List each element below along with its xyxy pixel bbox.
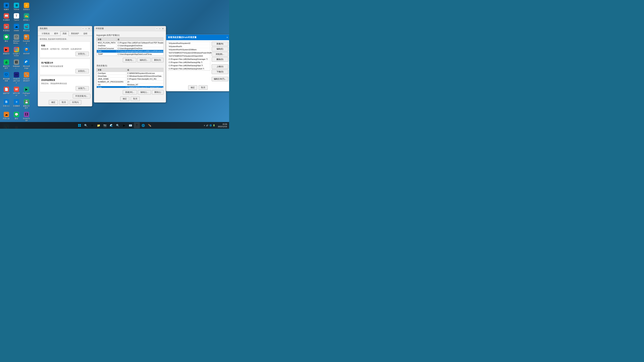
tab-hardware[interactable]: 硬件 [52, 31, 60, 36]
path-item-7[interactable]: C:\Program Files (x86)\NetSarang\Xftp 7\ [168, 61, 210, 64]
tab-system-protection[interactable]: 系统保护 [69, 31, 81, 36]
desktop-icon-aomei[interactable]: 💾 傲梅分区助手 [22, 98, 31, 110]
user-var-row-5[interactable]: TEMP C:\Users\liuguanglei\AppData\Local\… [97, 53, 164, 56]
user-delete-btn[interactable]: 删除(D) [152, 58, 164, 62]
sys-new-btn[interactable]: 新建(W)... [123, 90, 137, 94]
path-browse-btn[interactable]: 浏览(B)... [212, 52, 228, 56]
path-ok-btn[interactable]: 确定 [188, 85, 197, 90]
path-delete-btn[interactable]: 删除(D) [212, 57, 228, 62]
desktop-icon-chrome[interactable]: 🌐 Google Chrome [12, 46, 21, 57]
desktop-icon-4[interactable]: 📖 有道翻译 [2, 12, 11, 22]
desktop-icon-aliyun[interactable]: ☁ 阿里云盘 [2, 111, 11, 122]
user-var-row-2[interactable]: OneDrive C:\Users\liuguanglei\OneDrive [97, 44, 164, 47]
startup-settings-btn[interactable]: 设置(T)... [76, 86, 89, 91]
user-vars-table-container[interactable]: 变量 值 MOZ_PLUGIN_PATH C:\Program Files (x… [96, 37, 164, 56]
taskbar-feishu[interactable]: 🪶 [146, 122, 152, 128]
user-var-row-3[interactable]: OneDriveConsumer C:\Users\liuguanglei\On… [97, 47, 164, 50]
path-item-2[interactable]: %SystemRoot% [168, 45, 210, 48]
sys-delete-btn[interactable]: 删除(L) [152, 90, 164, 94]
path-item-6[interactable]: C:\Program Files (x86)\NetSarang\Xmanage… [168, 58, 210, 61]
desktop-icon-3[interactable]: ⚡ 迅雷娱乐 [22, 2, 31, 11]
desktop-icon-2[interactable]: 🖥 ToDesk [12, 2, 21, 11]
desktop-icon-baidu[interactable]: B 百度入口 [2, 98, 11, 110]
path-titlebar[interactable]: 查看系统变量的Path环境变量 × [166, 34, 229, 40]
path-list[interactable]: %SystemRoot%\system32 %SystemRoot% %Syst… [168, 41, 210, 70]
env-vars-titlebar[interactable]: 环境变量 ─ □ ✕ [94, 26, 166, 31]
tab-computer-name[interactable]: 计算机名 [40, 31, 52, 36]
sys-var-row-4[interactable]: NUMBER_OF_PROCESSORS 24 [97, 80, 164, 83]
path-edit-btn[interactable]: 编辑(E) [212, 47, 228, 51]
sys-vars-table-container[interactable]: 变量 值 ComSpec C:\WINDOWS\system32\cmd.exe… [96, 68, 164, 88]
desktop-icon-potplayer[interactable]: ▶ PotPlayer Sc... [22, 86, 31, 97]
env-vars-close[interactable]: ✕ [162, 27, 164, 30]
taskbar-potplayer[interactable]: ▶ [121, 122, 127, 128]
performance-settings-btn[interactable]: 设置(S)... [76, 52, 89, 56]
path-edit-text-btn[interactable]: 编辑文本(T)... [212, 77, 228, 81]
sys-props-minimize[interactable]: ─ [82, 27, 84, 30]
path-down-btn[interactable]: 下移(O) [212, 69, 228, 74]
path-item-3[interactable]: %SystemRoot%\System32\Wbem [168, 48, 210, 51]
sys-var-row-path[interactable]: Path C:\WINDOWS\system32;C:\WINDOWS;C:\W… [97, 86, 164, 88]
user-new-btn[interactable]: 新建(N)... [123, 58, 136, 62]
sys-var-row-5[interactable]: OS Windows_NT [97, 83, 164, 86]
desktop-icon-everything[interactable]: 🔍 Everything [22, 34, 31, 45]
tab-advanced[interactable]: 高级 [60, 31, 69, 36]
system-clock[interactable]: 15:59 2022/12/15 [217, 123, 228, 128]
desktop-icon-13[interactable]: ▶ 搜狐影音 [2, 46, 11, 57]
taskbar-edge[interactable]: 🌊 [108, 122, 114, 128]
desktop-icon-wechat2[interactable]: 💬 微信 [12, 111, 21, 122]
tab-remote[interactable]: 远程 [81, 31, 90, 36]
desktop-icon-clowdo[interactable]: ☁ clowdo [12, 23, 21, 32]
path-item-1[interactable]: %SystemRoot%\system32 [168, 42, 210, 45]
taskbar-file-explorer[interactable]: 📁 [96, 122, 102, 128]
desktop-icon-edge[interactable]: 🌊 Microsoft Edge [22, 59, 31, 70]
sys-props-titlebar[interactable]: 系统属性 ─ □ ✕ [38, 26, 92, 31]
taskbar-search2[interactable]: 🔍 [115, 122, 121, 128]
taskbar-camera[interactable]: 📷 [102, 122, 108, 128]
desktop-icon-1[interactable]: 🖥 电脑管 [2, 2, 11, 11]
path-close-btn[interactable]: × [226, 36, 228, 39]
desktop-icon-19[interactable]: 🛡 腾讯电脑管家 [2, 71, 11, 85]
desktop-icon-wps-office[interactable]: W WPS Office [12, 86, 21, 97]
desktop-icon-6[interactable]: ✍ 搜狗输入 [22, 12, 31, 22]
start-button[interactable] [76, 122, 82, 128]
env-ok-btn[interactable]: 确定 [120, 96, 129, 101]
user-var-row-6[interactable]: TMP C:\Users\liuguanglei\AppData\Local\T… [97, 56, 164, 56]
path-cancel-btn[interactable]: 取消 [198, 85, 208, 90]
taskbar-chrome[interactable]: 🌐 [140, 122, 146, 128]
sys-var-row-1[interactable]: ComSpec C:\WINDOWS\system32\cmd.exe [97, 72, 164, 75]
desktop-icon-fanyi[interactable]: 译 百度翻译 [12, 98, 21, 110]
path-up-btn[interactable]: 上移(U) [212, 64, 228, 69]
taskbar-search[interactable]: 🔍 [83, 122, 89, 128]
desktop-icon-wechat[interactable]: 💬 微信 [2, 34, 11, 45]
desktop-icon-screentogif[interactable]: 🎞 ScreenToGif [22, 111, 31, 122]
desktop-icon-21[interactable]: 🔧 WinAuto调试助手 [22, 71, 31, 85]
desktop-icon-pdf[interactable]: 📄 福昕PDF [2, 86, 11, 97]
taskbar-task-view[interactable]: ⧉ [89, 122, 95, 128]
sys-props-cancel[interactable]: 取消 [59, 100, 68, 105]
path-item-8[interactable]: C:\Program Files (x86)\NetSarang\Xlpd 7\ [168, 64, 210, 67]
user-edit-btn[interactable]: 编辑(E)... [137, 58, 150, 62]
sys-props-close[interactable]: ✕ [88, 27, 90, 30]
desktop-icon-15[interactable]: 📦 WinRAR [22, 46, 31, 57]
env-vars-btn[interactable]: 环境变量(N)... [73, 94, 90, 98]
path-item-5[interactable]: %SYSTEMROOT%\System32\OpenSSH\ [168, 54, 210, 58]
desktop-icon-11[interactable]: 🛡 Malware Works... [12, 34, 21, 45]
env-vars-minimize[interactable]: ─ [156, 27, 158, 30]
sys-var-row-2[interactable]: DriverData C:\Windows\System32\Drivers\D… [97, 75, 164, 78]
env-vars-maximize[interactable]: □ [158, 27, 161, 30]
desktop-icon-typora[interactable]: T Typora [12, 12, 21, 22]
desktop-icon-vscode[interactable]: </> Visual Studio Code [12, 71, 21, 85]
user-var-row-path[interactable]: Path C:\Users\liuguanglei\AppData\Local\… [97, 50, 164, 53]
user-var-row-1[interactable]: MOZ_PLUGIN_PATH C:\Program Files (x86)\F… [97, 41, 164, 44]
path-item-4[interactable]: %SYSTEMROOT%\System32\WindowsPowerShell\… [168, 51, 210, 54]
path-new-btn[interactable]: 新建(N) [212, 41, 228, 46]
sys-props-maximize[interactable]: □ [85, 27, 88, 30]
env-cancel-btn[interactable]: 取消 [131, 96, 140, 101]
sys-var-row-3[interactable]: JAVA_HOME C:\Program Files\Java\jdk1.8.0… [97, 78, 164, 80]
taskbar-typora[interactable]: T [134, 122, 140, 128]
system-tray[interactable]: ∧ 🔊 🌐 🔋 [202, 124, 216, 126]
profile-settings-btn[interactable]: 设置(E)... [76, 69, 89, 73]
sys-props-apply[interactable]: 应用(A) [70, 100, 81, 105]
sys-edit-btn[interactable]: 编辑(L)... [138, 90, 151, 94]
